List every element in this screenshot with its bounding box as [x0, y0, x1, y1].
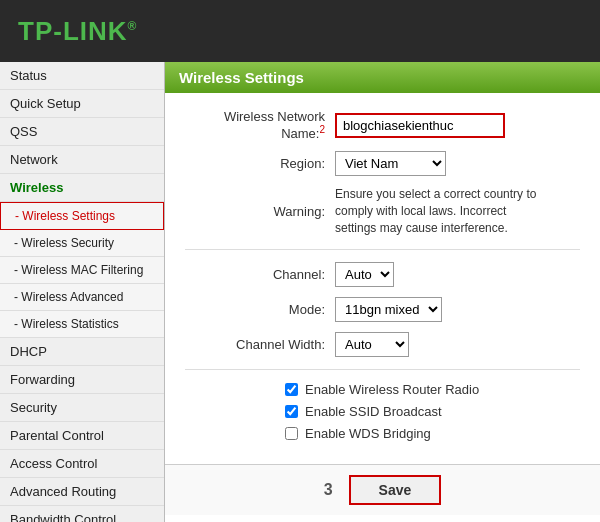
region-label: Region: — [185, 156, 335, 171]
content-area: Wireless Settings Wireless Network Name:… — [165, 62, 600, 522]
sidebar-item-bandwidth-control[interactable]: Bandwidth Control — [0, 506, 164, 522]
enable-radio-label: Enable Wireless Router Radio — [305, 382, 479, 397]
region-row: Region: Viet Nam United States Europe — [185, 151, 580, 176]
divider2 — [185, 369, 580, 370]
network-name-sup: 2 — [319, 124, 325, 135]
logo-reg: ® — [128, 19, 138, 33]
sidebar-item-qss[interactable]: QSS — [0, 118, 164, 146]
region-select[interactable]: Viet Nam United States Europe — [335, 151, 446, 176]
header: TP-LINK® — [0, 0, 600, 62]
sidebar-item-wireless-statistics[interactable]: - Wireless Statistics — [0, 311, 164, 338]
divider1 — [185, 249, 580, 250]
enable-radio-checkbox[interactable] — [285, 383, 298, 396]
warning-label: Warning: — [185, 204, 335, 219]
footer-bar: 3 Save — [165, 464, 600, 515]
sidebar-item-access-control[interactable]: Access Control — [0, 450, 164, 478]
network-name-value — [335, 113, 580, 138]
logo: TP-LINK® — [18, 16, 137, 47]
channel-select[interactable]: Auto 1 2 — [335, 262, 394, 287]
network-name-label: Wireless Network Name:2 — [185, 109, 335, 141]
sidebar-item-wireless-security[interactable]: - Wireless Security — [0, 230, 164, 257]
checkbox-wds-row: Enable WDS Bridging — [185, 426, 580, 441]
warning-row: Warning: Ensure you select a correct cou… — [185, 186, 580, 236]
network-name-row: Wireless Network Name:2 — [185, 109, 580, 141]
channel-width-row: Channel Width: Auto 20MHz 40MHz — [185, 332, 580, 357]
mode-select[interactable]: 11bgn mixed 11bg mixed 11n only 11g only… — [335, 297, 442, 322]
enable-ssid-checkbox[interactable] — [285, 405, 298, 418]
sidebar-item-wireless-advanced[interactable]: - Wireless Advanced — [0, 284, 164, 311]
warning-value: Ensure you select a correct country to c… — [335, 186, 580, 236]
sidebar-item-security[interactable]: Security — [0, 394, 164, 422]
sidebar-item-wireless-mac-filtering[interactable]: - Wireless MAC Filtering — [0, 257, 164, 284]
save-button[interactable]: Save — [349, 475, 442, 505]
channel-label: Channel: — [185, 267, 335, 282]
channel-value: Auto 1 2 — [335, 262, 580, 287]
step-number: 3 — [324, 481, 333, 499]
logo-text: TP-LINK — [18, 16, 128, 46]
sidebar-item-dhcp[interactable]: DHCP — [0, 338, 164, 366]
checkbox-ssid-row: Enable SSID Broadcast — [185, 404, 580, 419]
channel-width-value: Auto 20MHz 40MHz — [335, 332, 580, 357]
mode-value: 11bgn mixed 11bg mixed 11n only 11g only… — [335, 297, 580, 322]
ssid-input[interactable] — [335, 113, 505, 138]
channel-width-select[interactable]: Auto 20MHz 40MHz — [335, 332, 409, 357]
sidebar-item-parental-control[interactable]: Parental Control — [0, 422, 164, 450]
sidebar-item-wireless[interactable]: Wireless — [0, 174, 164, 202]
main-container: Status Quick Setup QSS Network Wireless … — [0, 62, 600, 522]
sidebar-item-advanced-routing[interactable]: Advanced Routing — [0, 478, 164, 506]
region-value: Viet Nam United States Europe — [335, 151, 580, 176]
channel-width-label: Channel Width: — [185, 337, 335, 352]
channel-row: Channel: Auto 1 2 — [185, 262, 580, 287]
sidebar: Status Quick Setup QSS Network Wireless … — [0, 62, 165, 522]
sidebar-item-quick-setup[interactable]: Quick Setup — [0, 90, 164, 118]
sidebar-item-wireless-settings[interactable]: - Wireless Settings — [0, 202, 164, 230]
content-title: Wireless Settings — [165, 62, 600, 93]
enable-wds-checkbox[interactable] — [285, 427, 298, 440]
content-body: Wireless Network Name:2 Region: Viet Nam… — [165, 93, 600, 464]
checkbox-radio-row: Enable Wireless Router Radio — [185, 382, 580, 397]
mode-row: Mode: 11bgn mixed 11bg mixed 11n only 11… — [185, 297, 580, 322]
sidebar-item-network[interactable]: Network — [0, 146, 164, 174]
sidebar-item-forwarding[interactable]: Forwarding — [0, 366, 164, 394]
sidebar-item-status[interactable]: Status — [0, 62, 164, 90]
warning-text: Ensure you select a correct country to c… — [335, 186, 545, 236]
enable-wds-label: Enable WDS Bridging — [305, 426, 431, 441]
enable-ssid-label: Enable SSID Broadcast — [305, 404, 442, 419]
mode-label: Mode: — [185, 302, 335, 317]
